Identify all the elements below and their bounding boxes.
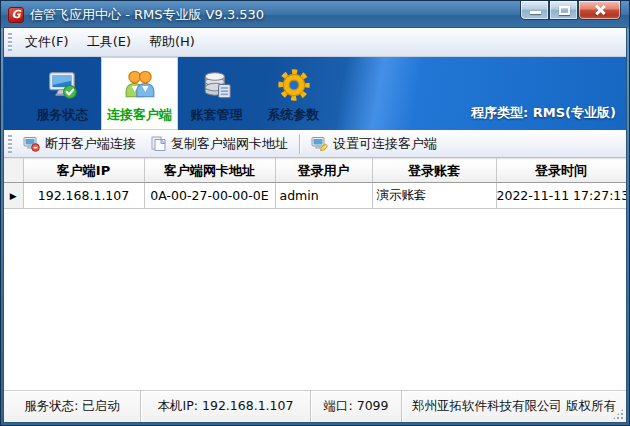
tab-label: 系统参数	[268, 106, 320, 124]
copy-mac-button[interactable]: 复制客户端网卡地址	[143, 132, 295, 156]
tab-label: 连接客户端	[107, 106, 172, 124]
close-icon	[594, 4, 606, 16]
action-label: 断开客户端连接	[45, 135, 136, 153]
copy-icon	[150, 136, 166, 152]
row-selector-marker[interactable]: ▶	[4, 183, 23, 209]
close-button[interactable]	[578, 1, 621, 20]
cell-login-time: 2022-11-11 17:27:13	[496, 183, 626, 209]
clients-table: 客户端IP 客户端网卡地址 登录用户 登录账套 登录时间 ▶ 192.168.1…	[4, 158, 626, 209]
database-icon	[200, 68, 234, 102]
column-header-account-set[interactable]: 登录账套	[372, 159, 496, 183]
toolbar-separator	[299, 134, 300, 154]
row-selector-header	[4, 159, 23, 183]
table-header-row: 客户端IP 客户端网卡地址 登录用户 登录账套 登录时间	[4, 159, 626, 183]
toolbar-grip	[8, 33, 12, 51]
action-toolbar: 断开客户端连接 复制客户端网卡地址 设置可连接客户端	[4, 130, 626, 158]
table-row[interactable]: ▶ 192.168.1.107 0A-00-27-00-00-0E admin …	[4, 183, 626, 209]
tab-label: 账套管理	[191, 106, 243, 124]
configure-client-icon	[311, 136, 328, 152]
maximize-icon	[559, 6, 570, 15]
action-label: 复制客户端网卡地址	[171, 135, 288, 153]
monitor-check-icon	[46, 68, 80, 102]
client-area: 文件(F) 工具(E) 帮助(H) 服务状态	[4, 28, 626, 422]
cell-login-user: admin	[275, 183, 372, 209]
status-port: 端口: 7099	[310, 391, 401, 422]
menu-bar: 文件(F) 工具(E) 帮助(H)	[4, 28, 626, 57]
status-copyright: 郑州亚拓软件科技有限公司 版权所有	[401, 391, 626, 422]
disconnect-client-icon	[23, 136, 40, 152]
action-label: 设置可连接客户端	[333, 135, 437, 153]
disconnect-client-button[interactable]: 断开客户端连接	[16, 132, 143, 156]
gear-icon	[277, 68, 311, 102]
menu-file[interactable]: 文件(F)	[16, 29, 78, 55]
program-type-label: 程序类型: RMS(专业版)	[471, 104, 616, 122]
column-header-client-ip[interactable]: 客户端IP	[23, 159, 144, 183]
status-local-ip: 本机IP: 192.168.1.107	[140, 391, 310, 422]
titlebar[interactable]: G 信管飞应用中心 - RMS专业版 V9.3.530	[1, 1, 629, 28]
column-header-login-user[interactable]: 登录用户	[275, 159, 372, 183]
main-toolbar: 服务状态 连接客户端	[4, 57, 626, 130]
cell-mac: 0A-00-27-00-00-0E	[144, 183, 275, 209]
status-service-state: 服务状态: 已启动	[4, 391, 140, 422]
column-header-login-time[interactable]: 登录时间	[496, 159, 626, 183]
window-controls	[520, 1, 621, 20]
maximize-button[interactable]	[549, 1, 578, 20]
tab-system-parameters[interactable]: 系统参数	[255, 57, 332, 130]
app-window: G 信管飞应用中心 - RMS专业版 V9.3.530 文件(F) 工具(E) …	[0, 0, 630, 426]
cell-account-set: 演示账套	[372, 183, 496, 209]
toolbar-grip	[8, 135, 12, 153]
main-toolbar-tabs: 服务状态 连接客户端	[24, 57, 332, 130]
tab-label: 服务状态	[37, 106, 89, 124]
window-title: 信管飞应用中心 - RMS专业版 V9.3.530	[30, 6, 264, 24]
client-grid-area: 客户端IP 客户端网卡地址 登录用户 登录账套 登录时间 ▶ 192.168.1…	[4, 158, 626, 390]
status-bar: 服务状态: 已启动 本机IP: 192.168.1.107 端口: 7099 郑…	[4, 390, 626, 422]
column-header-mac[interactable]: 客户端网卡地址	[144, 159, 275, 183]
configure-clients-button[interactable]: 设置可连接客户端	[304, 132, 444, 156]
menu-help[interactable]: 帮助(H)	[140, 29, 204, 55]
clients-icon	[123, 68, 157, 102]
tab-account-management[interactable]: 账套管理	[178, 57, 255, 130]
tab-service-status[interactable]: 服务状态	[24, 57, 101, 130]
menu-tools[interactable]: 工具(E)	[78, 29, 140, 55]
minimize-icon	[530, 11, 541, 14]
cell-client-ip: 192.168.1.107	[23, 183, 144, 209]
app-logo-icon: G	[8, 7, 24, 23]
tab-connected-clients[interactable]: 连接客户端	[101, 57, 178, 130]
minimize-button[interactable]	[520, 1, 549, 20]
